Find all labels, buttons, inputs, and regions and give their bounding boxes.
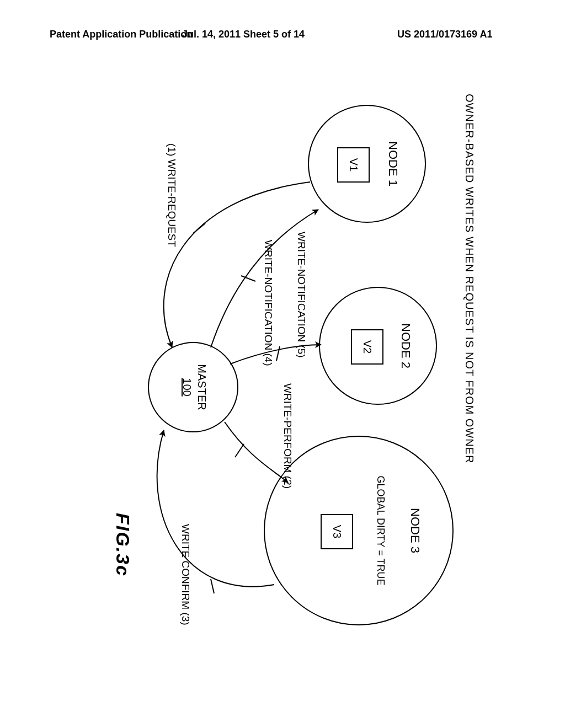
label-write-request: (1) WRITE-REQUEST — [166, 143, 178, 247]
arrow-write-request — [164, 182, 310, 347]
arrow-write-confirm — [157, 430, 274, 587]
label-write-confirm: WRITE CONFIRM (3) — [179, 524, 191, 625]
tick-write-request — [193, 223, 205, 233]
figure-label: FIG.3c — [112, 513, 134, 577]
arrow-write-perform — [225, 422, 288, 483]
arrow-layer — [95, 72, 470, 656]
tick-write-notif5 — [276, 346, 280, 361]
label-write-notif4: WRITE-NOTIFICATION (4) — [262, 240, 274, 366]
header-middle: Jul. 14, 2011 Sheet 5 of 14 — [182, 29, 305, 40]
tick-write-perform — [235, 444, 244, 457]
label-write-perform: WRITE-PERFORM (2) — [281, 383, 294, 489]
tick-write-confirm — [211, 579, 214, 593]
label-write-notif5: WRITE-NOTIFICATION (5) — [295, 232, 307, 358]
header-left: Patent Application Publication — [50, 29, 193, 40]
arrow-write-notif5 — [230, 345, 321, 364]
header-right: US 2011/0173169 A1 — [397, 29, 492, 40]
diagram-canvas: OWNER-BASED WRITES WHEN REQUEST IS NOT F… — [95, 72, 470, 656]
